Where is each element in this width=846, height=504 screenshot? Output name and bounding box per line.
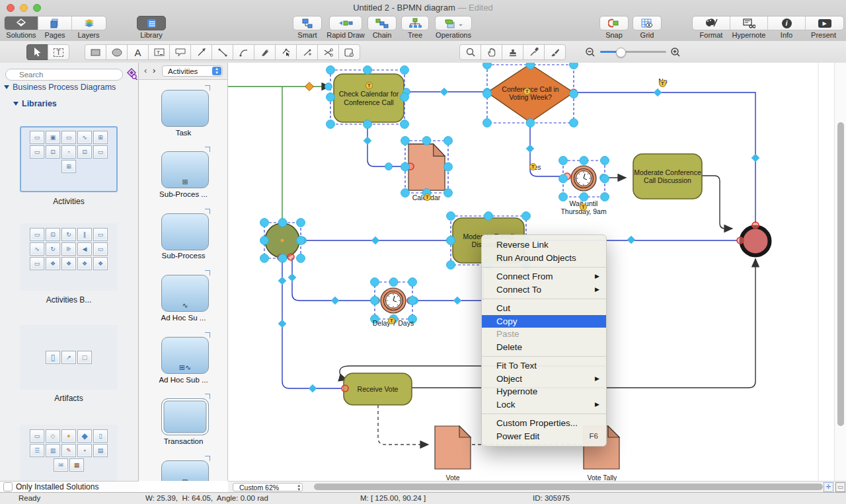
zoom-out-button[interactable] xyxy=(585,47,596,60)
midpoint-handle[interactable] xyxy=(278,320,287,328)
selection-handle[interactable] xyxy=(559,174,568,183)
midpoint-handle[interactable] xyxy=(309,384,317,393)
library-label-activities-b[interactable]: Activities B... xyxy=(20,295,118,305)
stencil-item-ad-hoc-sub-plus[interactable]: ⊞∿ xyxy=(161,337,209,374)
selection-handle[interactable] xyxy=(601,157,609,165)
connection-point[interactable] xyxy=(737,237,744,244)
menu-item-hypernote[interactable]: Hypernote xyxy=(482,385,606,398)
library-label-activities[interactable]: Activities xyxy=(20,197,118,206)
selection-handle[interactable] xyxy=(389,278,398,287)
selection-handle[interactable] xyxy=(401,66,409,75)
endpoint-handle[interactable] xyxy=(385,163,393,170)
selection-handle[interactable] xyxy=(401,162,410,171)
zoom-level-selector[interactable]: Custom 62%▴▾ xyxy=(233,483,303,491)
page-mode-icon[interactable]: ▭ xyxy=(835,482,845,492)
midpoint-handle[interactable] xyxy=(331,297,340,305)
expand-corner-icon[interactable] xyxy=(205,270,210,275)
end-event[interactable] xyxy=(742,227,770,256)
selection-handle[interactable] xyxy=(483,63,492,69)
split-tool[interactable] xyxy=(317,44,339,60)
callout-tool[interactable] xyxy=(169,44,191,60)
menu-item-reverse-link[interactable]: Reverse Link xyxy=(482,238,606,252)
stencil-item-transaction[interactable] xyxy=(161,398,209,435)
edit-node-tool[interactable] xyxy=(275,44,297,60)
format-painter-page-tool[interactable] xyxy=(338,44,360,60)
library-button[interactable] xyxy=(137,16,166,30)
connection-point[interactable] xyxy=(288,254,294,260)
selection-handle[interactable] xyxy=(408,278,417,287)
curve-tool[interactable] xyxy=(233,44,254,60)
present-button[interactable]: ▶ xyxy=(806,17,843,30)
pen-tool[interactable] xyxy=(254,44,276,60)
selection-handle[interactable] xyxy=(260,219,269,227)
selection-handle[interactable] xyxy=(260,254,269,263)
selection-handle[interactable] xyxy=(444,162,453,171)
line-tool[interactable] xyxy=(212,44,233,60)
expand-corner-icon[interactable] xyxy=(205,456,210,461)
menu-item-delete[interactable]: Delete xyxy=(482,341,606,354)
endpoint-handle[interactable] xyxy=(325,83,332,90)
layers-button[interactable] xyxy=(72,17,106,30)
midpoint-handle[interactable] xyxy=(440,88,449,96)
add-point-tool[interactable] xyxy=(296,44,318,60)
text-handle[interactable]: T xyxy=(580,203,587,211)
search-input[interactable] xyxy=(5,69,123,81)
midpoint-handle[interactable] xyxy=(526,145,535,153)
selection-handle[interactable] xyxy=(601,174,609,183)
selection-handle[interactable] xyxy=(570,119,578,127)
chevron-right-icon[interactable]: › xyxy=(153,65,155,75)
selection-handle[interactable] xyxy=(278,219,287,227)
selection-handle[interactable] xyxy=(364,66,372,75)
text-handle[interactable]: T xyxy=(365,82,373,89)
menu-item-connect-to[interactable]: Connect To▶ xyxy=(482,283,606,297)
connector-arrow-tool[interactable] xyxy=(190,44,212,60)
text-handle[interactable]: T xyxy=(529,163,537,170)
grid-button[interactable] xyxy=(633,16,662,30)
selection-handle[interactable] xyxy=(559,157,568,165)
menu-item-connect-from[interactable]: Connect From▶ xyxy=(482,270,606,283)
hypernote-button[interactable] xyxy=(730,17,768,30)
midpoint-handle[interactable] xyxy=(627,236,636,244)
menu-item-object[interactable]: Object▶ xyxy=(482,373,606,386)
selection-handle[interactable] xyxy=(278,254,287,263)
info-button[interactable]: i xyxy=(768,17,806,30)
selection-handle[interactable] xyxy=(444,137,453,145)
timer-event-delay[interactable] xyxy=(381,288,406,313)
text-handle[interactable]: T xyxy=(523,88,531,95)
text-handle[interactable]: T xyxy=(388,317,395,324)
connector-dashed[interactable] xyxy=(378,405,428,445)
zoom-tool[interactable] xyxy=(459,44,481,60)
selection-handle[interactable] xyxy=(371,297,379,305)
pan-mode-icon[interactable]: ✛ xyxy=(824,482,833,492)
pan-tool[interactable] xyxy=(481,44,502,60)
timer-event-wait[interactable] xyxy=(571,166,596,191)
text-handle[interactable]: T xyxy=(424,194,431,201)
select-tool[interactable] xyxy=(26,44,48,60)
menu-item-power-edit[interactable]: Power EditF6 xyxy=(482,430,606,443)
selection-handle[interactable] xyxy=(570,63,578,69)
expand-corner-icon[interactable] xyxy=(205,209,210,214)
selection-handle[interactable] xyxy=(483,90,492,98)
connection-point[interactable] xyxy=(752,222,759,229)
text-tool[interactable]: A xyxy=(127,44,149,60)
midpoint-handle[interactable] xyxy=(654,89,662,97)
expand-corner-icon[interactable] xyxy=(205,394,210,399)
selection-handle[interactable] xyxy=(327,66,335,75)
horizontal-scroll-thumb[interactable] xyxy=(314,484,823,490)
selection-handle[interactable] xyxy=(297,254,305,263)
connector[interactable] xyxy=(702,176,732,229)
stencil-selector[interactable]: Activities▴▾ xyxy=(162,65,223,77)
midpoint-handle[interactable] xyxy=(278,277,287,285)
solutions-button[interactable] xyxy=(5,17,38,30)
menu-item-cut[interactable]: Cut xyxy=(482,302,606,315)
stencil-item-partial[interactable]: ⊞ xyxy=(161,460,209,481)
selection-handle[interactable] xyxy=(408,297,417,305)
midpoint-handle-orange[interactable] xyxy=(305,83,314,91)
expand-corner-icon[interactable] xyxy=(205,332,210,338)
sidebar-section-business-process[interactable]: Business Process Diagrams xyxy=(4,83,116,92)
expand-corner-icon[interactable] xyxy=(205,147,210,152)
expand-corner-icon[interactable] xyxy=(205,85,210,90)
ellipse-tool[interactable] xyxy=(106,44,128,60)
menu-item-run-around-objects[interactable]: Run Around Objects xyxy=(482,252,606,265)
format-button[interactable] xyxy=(693,17,730,30)
